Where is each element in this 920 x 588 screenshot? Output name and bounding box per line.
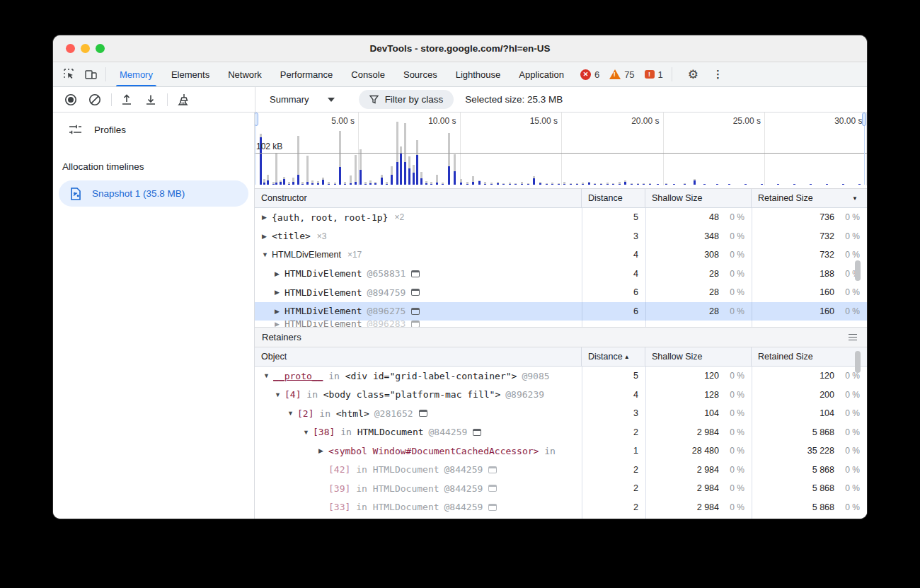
desktop-background: DevTools - store.google.com/?hl=en-US Me… <box>0 0 920 588</box>
collapse-icon[interactable]: ▼ <box>303 429 313 436</box>
inspect-element-icon[interactable] <box>59 62 80 86</box>
perspective-select[interactable]: Summary <box>264 94 340 105</box>
column-header-object[interactable]: Object <box>255 347 582 366</box>
retainer-row[interactable]: ▶ <symbol Window#DocumentCachedAccessor>… <box>255 442 867 461</box>
errors-badge[interactable]: ✕ 6 <box>580 69 599 80</box>
expand-icon[interactable]: ▶ <box>275 270 284 277</box>
reveal-in-elements-icon[interactable] <box>488 466 497 473</box>
class-filter-input[interactable]: Filter by class <box>359 90 454 109</box>
selection-right-handle[interactable] <box>862 113 866 126</box>
tune-sliders-icon <box>69 124 82 136</box>
minimize-window-button[interactable] <box>81 44 90 53</box>
reveal-in-elements-icon[interactable] <box>411 289 420 296</box>
live-bar <box>275 183 277 185</box>
live-bar <box>339 167 341 185</box>
reveal-in-elements-icon[interactable] <box>473 429 481 436</box>
live-bar <box>502 184 505 185</box>
allocation-timeline-chart[interactable]: 5.00 s10.00 s15.00 s20.00 s25.00 s30.00 … <box>255 113 867 189</box>
constructor-row[interactable]: ▶ <title> ×3 3 3480 % 7320 % <box>255 227 867 246</box>
constructor-scrollbar-thumb[interactable] <box>855 260 861 281</box>
collapse-icon[interactable]: ▼ <box>275 391 284 398</box>
live-bar <box>546 184 548 185</box>
collapse-icon[interactable]: ▼ <box>287 410 297 417</box>
live-bar <box>643 184 645 185</box>
column-header-shallow-size[interactable]: Shallow Size <box>645 347 752 366</box>
retainer-row[interactable]: ▼ __proto__ in <div id="grid-label-conta… <box>255 367 867 386</box>
column-header-distance[interactable]: Distance▲ <box>582 347 645 366</box>
column-header-constructor[interactable]: Constructor <box>255 189 582 207</box>
tab-console[interactable]: Console <box>342 62 394 86</box>
live-bar <box>328 184 330 185</box>
reveal-in-elements-icon[interactable] <box>411 308 420 315</box>
retainers-menu-icon[interactable] <box>846 331 860 344</box>
window-title: DevTools - store.google.com/?hl=en-US <box>369 43 550 54</box>
live-bar <box>588 183 590 185</box>
tab-network[interactable]: Network <box>219 62 271 86</box>
constructor-row[interactable]: ▶ {auth, root, root-1p} ×2 5 480 % 7360 … <box>255 208 867 227</box>
retainer-row-dimmed[interactable]: [33] in HTMLDocument@844259 2 2 9840 % 5… <box>255 498 867 517</box>
instance-row-clipped[interactable]: ▶ HTMLDivElement @896283 <box>255 321 867 327</box>
tab-lighthouse[interactable]: Lighthouse <box>447 62 510 86</box>
profiles-header[interactable]: Profiles <box>53 113 254 136</box>
retainer-row-dimmed[interactable]: [42] in HTMLDocument@844259 2 2 9840 % 5… <box>255 461 867 480</box>
collapse-icon[interactable]: ▼ <box>262 251 272 258</box>
clear-all-broom-icon[interactable] <box>173 91 192 109</box>
live-bar <box>460 183 462 185</box>
live-bar <box>288 184 290 185</box>
retainers-title: Retainers <box>262 332 301 342</box>
live-bar <box>306 182 309 185</box>
retainer-row-dimmed[interactable]: [39] in HTMLDocument@844259 2 2 9840 % 5… <box>255 479 867 498</box>
reveal-in-elements-icon[interactable] <box>419 410 427 417</box>
retainer-row[interactable]: ▼ [4] in <body class="platform-mac fill"… <box>255 386 867 405</box>
live-bar <box>594 184 596 185</box>
clear-profiles-icon[interactable] <box>86 91 104 109</box>
column-header-distance[interactable]: Distance <box>582 189 645 207</box>
retainer-row[interactable]: ▼ [38] in HTMLDocument@844259 2 2 9840 %… <box>255 423 867 442</box>
column-header-shallow-size[interactable]: Shallow Size <box>645 189 752 207</box>
expand-icon[interactable]: ▶ <box>262 214 272 221</box>
tab-performance[interactable]: Performance <box>271 62 342 86</box>
memory-gridline <box>255 153 867 154</box>
close-window-button[interactable] <box>66 44 75 53</box>
tab-application[interactable]: Application <box>510 62 573 86</box>
reveal-in-elements-icon[interactable] <box>488 485 497 492</box>
live-bar <box>858 184 861 185</box>
expand-icon[interactable]: ▶ <box>318 447 328 454</box>
zoom-window-button[interactable] <box>96 44 105 53</box>
live-bar <box>619 184 621 185</box>
live-bar <box>396 162 398 185</box>
column-header-retained-size[interactable]: Retained Size <box>752 347 867 366</box>
column-header-retained-size[interactable]: Retained Size ▼ <box>752 189 867 207</box>
load-profile-icon[interactable] <box>117 91 136 109</box>
tab-elements[interactable]: Elements <box>162 62 219 86</box>
tab-sources[interactable]: Sources <box>394 62 447 86</box>
expand-icon[interactable]: ▶ <box>275 308 284 315</box>
settings-gear-icon[interactable]: ⚙ <box>681 67 706 82</box>
instance-row[interactable]: ▶ HTMLDivElement @658831 4 280 % 1880 % <box>255 265 867 284</box>
issues-badge[interactable]: ! 1 <box>645 69 663 80</box>
device-toolbar-icon[interactable] <box>80 62 101 86</box>
save-profile-icon[interactable] <box>142 91 160 109</box>
expand-icon[interactable]: ▶ <box>275 289 284 296</box>
filter-funnel-icon <box>369 95 379 104</box>
warnings-badge[interactable]: 75 <box>609 69 634 80</box>
instance-row-selected[interactable]: ▶ HTMLDivElement @896275 6 280 % 1600 % <box>255 302 867 321</box>
snapshot-item[interactable]: Snapshot 1 (35.8 MB) <box>59 180 248 207</box>
tab-memory[interactable]: Memory <box>110 62 162 86</box>
expand-icon[interactable]: ▶ <box>262 233 272 240</box>
live-bar <box>400 153 402 185</box>
selection-left-handle[interactable] <box>255 113 258 126</box>
live-bar <box>673 184 675 185</box>
collapse-icon[interactable]: ▼ <box>263 372 273 379</box>
live-bar <box>509 184 511 185</box>
record-heap-icon[interactable] <box>62 91 80 109</box>
more-options-icon[interactable]: ⋮ <box>706 68 730 81</box>
retainer-row[interactable]: ▼ [2] in <html>@281652 3 1040 % 1040 % <box>255 404 867 423</box>
live-bar <box>558 184 560 185</box>
reveal-in-elements-icon[interactable] <box>411 270 420 277</box>
retainers-scrollbar-thumb[interactable] <box>855 351 861 373</box>
reveal-in-elements-icon[interactable] <box>488 504 497 511</box>
retainers-grid-header: Object Distance▲ Shallow Size Retained S… <box>255 347 867 367</box>
constructor-row-expanded[interactable]: ▼ HTMLDivElement ×17 4 3080 % 7320 % <box>255 246 867 265</box>
instance-row[interactable]: ▶ HTMLDivElement @894759 6 280 % 1600 % <box>255 283 867 302</box>
